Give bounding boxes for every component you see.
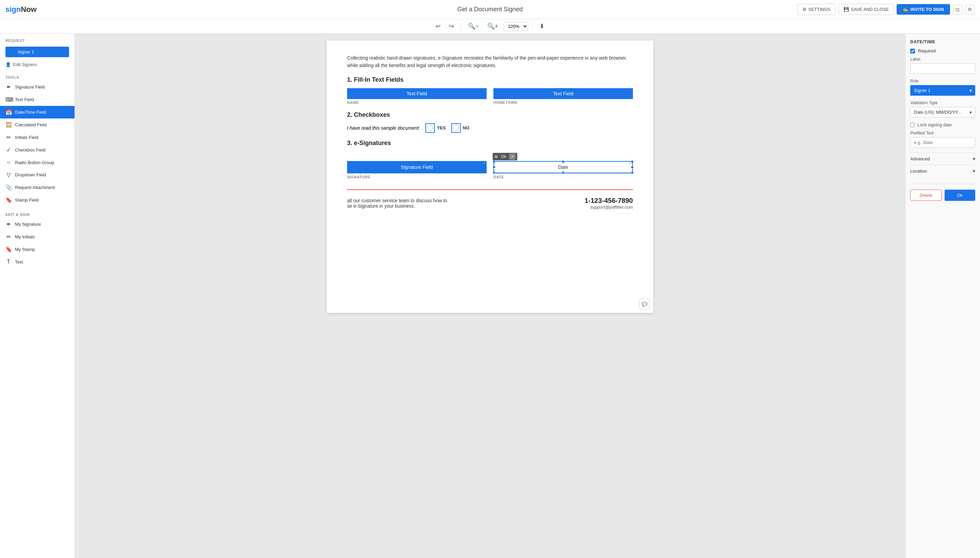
- save-close-button[interactable]: 💾 SAVE AND CLOSE: [838, 4, 894, 15]
- validation-type-label: Validation Type: [910, 100, 975, 105]
- sidebar-item-radio-group[interactable]: ○ Radio Button Group: [0, 156, 75, 169]
- invite-sign-button[interactable]: ✍ INVITE TO SIGN: [897, 4, 950, 15]
- toolbar-divider2: [532, 22, 533, 30]
- date-label: DATE: [493, 175, 633, 179]
- role-field: Role Signer 1: [910, 79, 975, 96]
- sidebar-item-initials-field[interactable]: ✏ Initials Field: [0, 131, 75, 144]
- date-field[interactable]: Date *: [493, 161, 633, 173]
- sidebar-item-stamp-field[interactable]: 🔖 Stamp Field: [0, 194, 75, 206]
- copy-button[interactable]: ⧉: [965, 5, 975, 14]
- zoom-in-button[interactable]: 🔍+: [484, 21, 501, 31]
- sidebar-item-my-initials[interactable]: ✏ My Initials: [0, 230, 75, 243]
- resize-handle-ml[interactable]: [493, 166, 496, 169]
- checkbox-yes[interactable]: [425, 123, 435, 133]
- date-ok-button[interactable]: Ok: [499, 154, 508, 160]
- checkbox-yes-inner: [427, 125, 433, 131]
- download-button[interactable]: ⬇: [537, 21, 547, 31]
- signer-block: 👤 Signer 1: [0, 44, 75, 60]
- hometown-label: HOMETOWN: [493, 100, 633, 105]
- zoom-out-button[interactable]: 🔍−: [465, 21, 482, 31]
- sidebar-item-request-attachment[interactable]: 📎 Request Attachment: [0, 181, 75, 194]
- redo-button[interactable]: ↪: [446, 21, 456, 31]
- panel-title: DATE/TIME: [910, 39, 975, 44]
- sidebar-item-my-signature[interactable]: ✒ My Signature: [0, 218, 75, 230]
- header-actions: ⚙ SETTINGS 💾 SAVE AND CLOSE ✍ INVITE TO …: [797, 4, 975, 15]
- resize-handle-mr[interactable]: [631, 166, 633, 169]
- toolbar-divider: [461, 22, 461, 30]
- undo-button[interactable]: ↩: [433, 21, 443, 31]
- checkboxes-row: I have read this sample document: YES NO: [347, 123, 633, 133]
- advanced-collapsible[interactable]: Advanced ▾: [910, 153, 975, 165]
- name-text-field[interactable]: Text Field *: [347, 88, 487, 99]
- sidebar-item-signature-field[interactable]: ✒ Signature Field: [0, 81, 75, 93]
- sidebar-item-checkbox-field[interactable]: ✓ Checkbox Field: [0, 144, 75, 156]
- location-label: Location: [910, 169, 927, 174]
- role-select[interactable]: Signer 1: [910, 85, 975, 96]
- user-icon: 👤: [10, 49, 15, 54]
- logo-now: Now: [21, 5, 36, 14]
- advanced-label: Advanced: [910, 156, 930, 161]
- sidebar-item-calculated-field[interactable]: 🧮 Calculated Field: [0, 118, 75, 131]
- my-signature-icon: ✒: [5, 221, 11, 227]
- label-input[interactable]: Date: [910, 63, 975, 74]
- resize-handle-bm[interactable]: [562, 171, 564, 174]
- view-toggle-button[interactable]: ⊡: [953, 5, 962, 14]
- edit-signers-link[interactable]: 👤 Edit Signers: [0, 60, 75, 69]
- calendar-icon: 📅: [5, 109, 11, 115]
- right-panel: DATE/TIME Required Label Date Role Signe…: [905, 34, 980, 558]
- zoom-select[interactable]: 50%75%100% 120%150%200%: [504, 22, 528, 31]
- ok-button[interactable]: Ok: [945, 190, 975, 201]
- resize-handle-tm[interactable]: [562, 160, 564, 163]
- label-field: Label Date: [910, 57, 975, 74]
- my-initials-icon: ✏: [5, 233, 11, 240]
- sig-required-star: *: [484, 162, 485, 166]
- prefilled-input[interactable]: [910, 137, 975, 148]
- date-close-button[interactable]: ×: [509, 154, 515, 160]
- logo: signNow: [5, 5, 37, 14]
- lock-checkbox[interactable]: [910, 123, 915, 127]
- validation-select[interactable]: Date (US): MM/DD/YY...: [910, 107, 975, 117]
- header-title: Get a Document Signed: [457, 6, 523, 13]
- yes-label: YES: [437, 125, 446, 130]
- resize-handle-bl[interactable]: [493, 171, 496, 174]
- document-area: Collecting realistic hand-drawn signatur…: [75, 34, 905, 558]
- prefilled-label: Prefilled Text: [910, 131, 975, 136]
- prefilled-field: Prefilled Text: [910, 131, 975, 148]
- resize-handle-tl[interactable]: [493, 160, 496, 163]
- location-collapsible[interactable]: Location ▾: [910, 165, 975, 177]
- date-col: ⊕ Ok × Date *: [493, 151, 633, 179]
- doc-bottom-icons: 💬: [639, 299, 650, 310]
- required-checkbox[interactable]: [910, 49, 915, 53]
- pen-icon: ✍: [903, 7, 908, 12]
- comment-button[interactable]: 💬: [639, 299, 650, 310]
- chevron-down-icon: ▾: [973, 156, 975, 161]
- section3-title: 3. e-Signatures: [347, 140, 633, 147]
- hometown-field-col: Text Field * HOMETOWN: [493, 88, 633, 105]
- sidebar-item-dropdown-field[interactable]: ▽ Dropdown Field: [0, 169, 75, 181]
- sidebar: Request 👤 Signer 1 👤 Edit Signers Tools …: [0, 34, 75, 558]
- attachment-icon: 📎: [5, 184, 11, 190]
- delete-button[interactable]: Delete: [910, 190, 942, 201]
- checkbox-no[interactable]: [451, 123, 461, 133]
- sidebar-item-text-field[interactable]: ⌨ Text Field: [0, 93, 75, 106]
- edit-sign-section: Edit & Sign ✒ My Signature ✏ My Initials…: [0, 208, 75, 269]
- sidebar-item-my-stamp[interactable]: 🔖 My Stamp: [0, 243, 75, 256]
- hometown-text-field[interactable]: Text Field *: [493, 88, 633, 99]
- signer1-button[interactable]: 👤 Signer 1: [5, 47, 69, 57]
- footer-right: 1-123-456-7890 support@pdffiller.com: [585, 197, 633, 210]
- tools-section: Tools ✒ Signature Field ⌨ Text Field 📅 D…: [0, 71, 75, 208]
- settings-button[interactable]: ⚙ SETTINGS: [797, 4, 836, 15]
- sidebar-item-text[interactable]: T Text: [0, 256, 75, 268]
- main-layout: Request 👤 Signer 1 👤 Edit Signers Tools …: [0, 34, 980, 558]
- initials-icon: ✏: [5, 134, 11, 141]
- intro-text: Collecting realistic hand-drawn signatur…: [347, 54, 633, 69]
- section2-title: 2. Checkboxes: [347, 111, 633, 118]
- move-icon: ⊕: [494, 154, 498, 159]
- signature-field[interactable]: Signature Field *: [347, 161, 487, 173]
- toolbar: ↩ ↪ 🔍− 🔍+ 50%75%100% 120%150%200% ⬇: [0, 19, 980, 34]
- resize-handle-tr[interactable]: [631, 160, 633, 163]
- sidebar-item-datetime-field[interactable]: 📅 Date/Time Field: [0, 106, 75, 118]
- doc-footer: all our customer service team to discuss…: [347, 189, 633, 210]
- resize-handle-br[interactable]: [631, 171, 633, 174]
- validation-type-field: Validation Type Date (US): MM/DD/YY...: [910, 100, 975, 117]
